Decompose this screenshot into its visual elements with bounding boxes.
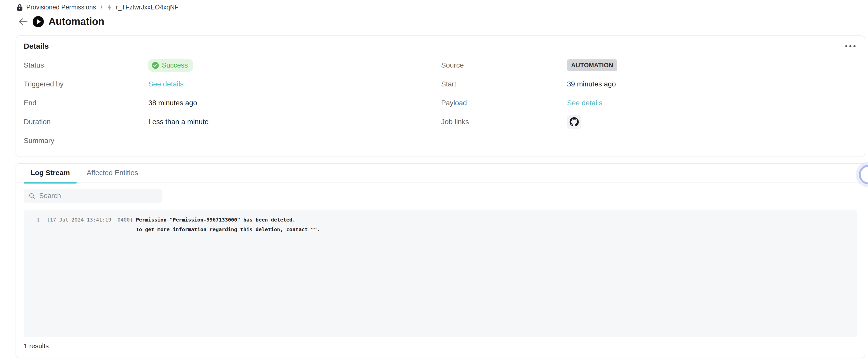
end-value: 38 minutes ago: [148, 99, 441, 107]
summary-label: Summary: [24, 137, 148, 145]
log-timestamp: [17 Jul 2024 13:41:19 -0400]: [47, 217, 136, 223]
search-input[interactable]: [39, 192, 157, 200]
tab-log-stream[interactable]: Log Stream: [24, 169, 77, 183]
automation-play-icon: [33, 16, 44, 27]
end-label: End: [24, 99, 148, 107]
breadcrumb-item-provisioned-permissions[interactable]: Provisioned Permissions: [16, 4, 96, 11]
page-title: Automation: [49, 16, 104, 27]
ellipsis-menu-button[interactable]: [844, 42, 857, 50]
lightning-icon: [107, 4, 113, 11]
log-line-number: 1: [30, 215, 40, 224]
source-badge: AUTOMATION: [567, 59, 617, 71]
details-grid: Status Success Source AUTOMATION Trigger…: [24, 56, 857, 150]
breadcrumb: Provisioned Permissions / r_TFztwrJxxEO4…: [16, 4, 179, 11]
payload-see-details-link[interactable]: See details: [567, 99, 602, 107]
triggered-by-label: Triggered by: [24, 80, 148, 88]
triggered-by-see-details-link[interactable]: See details: [148, 80, 184, 88]
page-header: Automation: [18, 16, 104, 27]
payload-label: Payload: [441, 99, 567, 107]
log-line-continuation: [17 Jul 2024 13:41:19 -0400] To get more…: [30, 224, 857, 234]
details-card: Details Status Success Source AUTOMATION…: [16, 35, 865, 157]
status-label: Status: [24, 61, 148, 69]
github-icon: [569, 117, 579, 126]
start-label: Start: [441, 80, 567, 88]
start-value: 39 minutes ago: [567, 80, 857, 88]
check-circle-icon: [152, 62, 159, 69]
status-badge-label: Success: [162, 61, 188, 69]
breadcrumb-item-run-id[interactable]: r_TFztwrJxxEO4xqNF: [107, 4, 179, 11]
log-search[interactable]: [24, 189, 162, 203]
log-line: 1 [17 Jul 2024 13:41:19 -0400] Permissio…: [30, 215, 857, 224]
source-label: Source: [441, 61, 567, 69]
results-count: 1 results: [24, 342, 857, 350]
duration-value: Less than a minute: [148, 118, 441, 126]
tab-bar: Log Stream Affected Entities: [16, 169, 865, 183]
log-card: Log Stream Affected Entities 1 [17 Jul 2…: [16, 163, 865, 358]
status-badge: Success: [148, 59, 193, 72]
breadcrumb-separator: /: [100, 4, 103, 11]
log-message: To get more information regarding this d…: [136, 226, 320, 233]
details-title: Details: [24, 42, 49, 51]
github-job-link[interactable]: [567, 115, 581, 129]
breadcrumb-label: r_TFztwrJxxEO4xqNF: [116, 4, 179, 11]
tab-affected-entities[interactable]: Affected Entities: [80, 169, 145, 183]
log-message: Permission "Permission-9967133000" has b…: [136, 217, 296, 223]
lock-icon: [16, 4, 23, 11]
back-button[interactable]: [18, 17, 28, 27]
breadcrumb-label: Provisioned Permissions: [26, 4, 96, 11]
search-icon: [29, 192, 35, 199]
duration-label: Duration: [24, 118, 148, 126]
job-links-label: Job links: [441, 118, 567, 126]
log-stream-viewer[interactable]: 1 [17 Jul 2024 13:41:19 -0400] Permissio…: [24, 210, 857, 337]
